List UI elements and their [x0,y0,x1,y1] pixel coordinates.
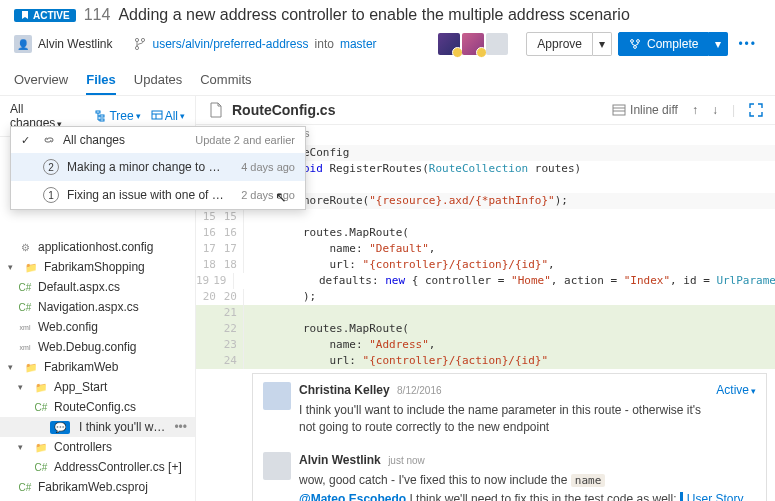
svg-point-4 [637,40,640,43]
comment-text: I think you'll want to include the name … [299,402,708,436]
inline-diff-toggle[interactable]: Inline diff [612,103,678,117]
cursor-pointer-icon: ↖ [275,189,287,205]
author-avatar[interactable]: 👤 [14,35,32,53]
svg-point-3 [631,40,634,43]
approve-button[interactable]: Approve [526,32,593,56]
svg-rect-10 [613,105,625,115]
all-toggle[interactable]: All▾ [151,109,185,123]
tree-toggle[interactable]: Tree▾ [95,109,140,123]
file-icon [208,102,224,118]
svg-point-1 [142,38,145,41]
tree-file[interactable]: C#FabrikamWeb.csproj [0,477,195,497]
mention[interactable]: @Mateo Escobedo [299,492,406,501]
commenter-name[interactable]: Christina Kelley [299,383,390,397]
svg-rect-8 [100,119,104,121]
update-item-1[interactable]: 1 Fixing an issue with one of the new ..… [11,181,305,209]
tab-files[interactable]: Files [86,66,116,95]
collapse-down-icon[interactable]: ↓ [712,103,718,117]
into-label: into [315,37,334,51]
complete-button[interactable]: Complete [618,32,709,56]
link-icon [43,134,55,146]
svg-point-2 [136,46,139,49]
commenter-avatar[interactable] [263,382,291,410]
tree-file[interactable]: C#AddressController.cs [+] [0,457,195,477]
pr-tabs: Overview Files Updates Commits [14,66,761,95]
svg-rect-9 [152,111,162,119]
file-name: RouteConfig.cs [232,102,335,118]
tree-file[interactable]: xmlWeb.Debug.config [0,337,195,357]
tree-file[interactable]: C#Default.aspx.cs [0,277,195,297]
comment-text: wow, good catch - I've fixed this to now… [299,472,756,489]
comment-time: 8/12/2016 [397,385,442,396]
complete-dropdown[interactable]: ▾ [709,32,728,56]
tree-file[interactable]: C#Navigation.aspx.cs [0,297,195,317]
updates-dropdown: ✓ All changes Update 2 and earlier 2 Mak… [10,126,306,210]
svg-rect-7 [100,115,104,117]
tree-folder[interactable]: ▾📁App_Start [0,377,195,397]
pr-number: 114 [84,6,111,24]
tree-folder[interactable]: ▾📁Controllers [0,437,195,457]
more-icon[interactable]: ••• [174,420,187,434]
reviewer-avatar[interactable] [462,33,484,55]
reviewer-avatar[interactable] [486,33,508,55]
comment-time: just now [388,455,425,466]
status-badge: ACTIVE [14,9,76,22]
commenter-name[interactable]: Alvin Westlink [299,453,381,467]
svg-rect-6 [96,111,100,113]
reviewers [438,33,508,55]
source-branch[interactable]: users/alvin/preferred-address [152,37,308,51]
tree-file[interactable]: C#RouteConfig.cs [0,397,195,417]
approve-split: Approve ▾ [526,32,612,56]
approve-dropdown[interactable]: ▾ [593,32,612,56]
target-branch[interactable]: master [340,37,377,51]
tree-file[interactable]: ⚙applicationhost.config [0,237,195,257]
tree-folder[interactable]: ▾📁FabrikamShopping [0,257,195,277]
fullscreen-icon[interactable] [749,103,763,117]
more-actions[interactable]: ••• [734,37,761,51]
svg-point-0 [136,38,139,41]
updates-all[interactable]: ✓ All changes Update 2 and earlier [11,127,305,153]
tab-updates[interactable]: Updates [134,66,182,95]
tree-comment-item[interactable]: 💬I think you'll wa...••• [0,417,195,437]
svg-point-5 [634,46,637,49]
reviewer-avatar[interactable] [438,33,460,55]
tab-overview[interactable]: Overview [14,66,68,95]
comment-thread: Christina Kelley 8/12/2016 I think you'l… [252,373,767,501]
collapse-up-icon[interactable]: ↑ [692,103,698,117]
tab-commits[interactable]: Commits [200,66,251,95]
update-item-2[interactable]: 2 Making a minor change to one of t... 4… [11,153,305,181]
comment-text: @Mateo Escobedo I think we'll need to fi… [299,491,756,501]
complete-split: Complete ▾ [618,32,728,56]
commenter-avatar[interactable] [263,452,291,480]
author-name[interactable]: Alvin Westlink [38,37,112,51]
tree-file[interactable]: xmlWeb.config [0,317,195,337]
tree-folder[interactable]: ▾📁FabrikamWeb [0,357,195,377]
comment-status[interactable]: Active [716,382,756,436]
branch-icon [134,37,146,51]
pr-title: Adding a new address controller to enabl… [118,6,629,24]
